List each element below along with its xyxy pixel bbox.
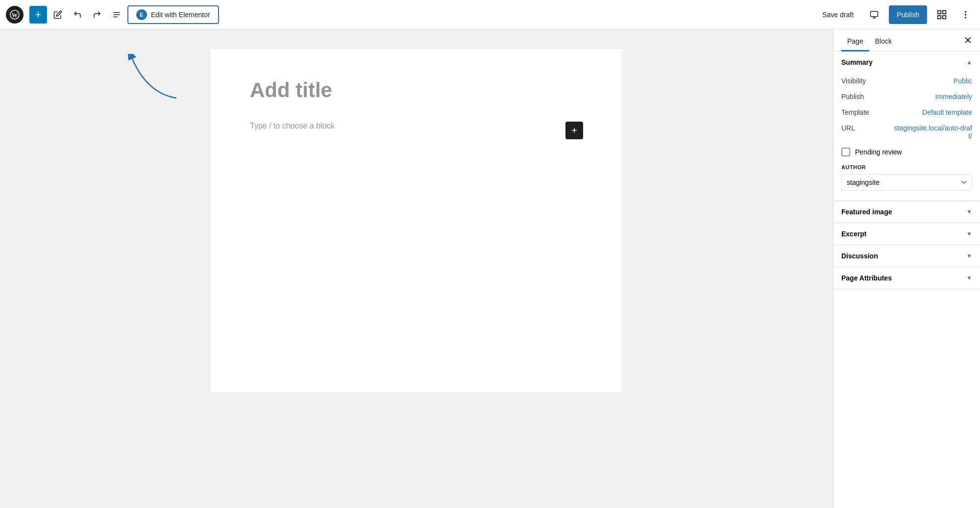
visibility-row: Visibility Public — [841, 73, 972, 89]
preview-button[interactable] — [865, 6, 883, 24]
add-block-toolbar-button[interactable]: + — [29, 6, 47, 24]
svg-rect-9 — [943, 10, 946, 13]
featured-image-label: Featured image — [841, 208, 892, 216]
svg-rect-5 — [871, 11, 878, 17]
toolbar-left: W + — [6, 5, 816, 24]
svg-point-13 — [964, 14, 966, 15]
page-attributes-label: Page Attributes — [841, 274, 892, 282]
list-view-icon — [112, 10, 121, 19]
discussion-panel: Discussion ▼ — [833, 245, 980, 267]
svg-point-14 — [964, 17, 966, 18]
add-block-area: Type / to choose a block + — [250, 118, 583, 139]
svg-point-12 — [964, 11, 966, 12]
more-vertical-icon — [964, 10, 967, 20]
sidebar-toggle-button[interactable] — [933, 6, 951, 24]
undo-icon — [73, 10, 82, 19]
summary-panel-header[interactable]: Summary ▲ — [833, 51, 980, 73]
page-attributes-panel-header[interactable]: Page Attributes ▼ — [833, 267, 980, 289]
pen-icon — [53, 10, 62, 19]
arrow-annotation — [127, 54, 186, 105]
block-placeholder-text: Type / to choose a block — [250, 122, 558, 130]
visibility-value[interactable]: Public — [954, 77, 972, 85]
svg-rect-11 — [943, 15, 946, 18]
plus-icon: + — [35, 8, 42, 21]
editor-content: Add title Type / to choose a block + — [211, 49, 622, 392]
url-label: URL — [841, 124, 855, 132]
main-layout: Add title Type / to choose a block + Pag… — [0, 29, 980, 508]
sidebar: Page Block ✕ Summary ▲ Visibility Public — [833, 29, 980, 508]
featured-image-panel: Featured image ▼ — [833, 201, 980, 223]
visibility-label: Visibility — [841, 77, 866, 85]
post-title-input[interactable]: Add title — [250, 78, 583, 102]
publish-button[interactable]: Publish — [889, 5, 927, 24]
toolbar: W + — [0, 0, 980, 29]
author-section-label: AUTHOR — [841, 164, 972, 170]
monitor-icon — [869, 10, 880, 19]
featured-image-chevron-icon: ▼ — [966, 208, 972, 215]
tab-page[interactable]: Page — [841, 29, 869, 51]
add-block-inline-button[interactable]: + — [565, 122, 583, 139]
svg-rect-10 — [938, 15, 941, 18]
author-section: AUTHOR stagingsite — [841, 160, 972, 193]
pending-review-checkbox[interactable] — [841, 148, 850, 156]
page-attributes-chevron-icon: ▼ — [966, 275, 972, 281]
redo-button[interactable] — [88, 6, 106, 24]
publish-label: Publish — [841, 93, 864, 101]
publish-row: Publish Immediately — [841, 89, 972, 104]
editor-area: Add title Type / to choose a block + — [0, 29, 833, 508]
close-icon: ✕ — [964, 34, 972, 46]
wp-logo-icon: W — [6, 6, 24, 24]
summary-panel-content: Visibility Public Publish Immediately Te… — [833, 73, 980, 201]
summary-label: Summary — [841, 58, 873, 66]
template-label: Template — [841, 108, 869, 116]
featured-image-panel-header[interactable]: Featured image ▼ — [833, 201, 980, 223]
pending-review-label: Pending review — [855, 148, 902, 156]
edit-elementor-button[interactable]: E Edit with Elementor — [127, 5, 219, 24]
edit-elementor-label: Edit with Elementor — [151, 11, 210, 19]
sidebar-tabs: Page Block ✕ — [833, 29, 980, 51]
template-row: Template Default template — [841, 104, 972, 120]
svg-text:W: W — [12, 11, 18, 18]
page-attributes-panel: Page Attributes ▼ — [833, 267, 980, 289]
save-draft-button[interactable]: Save draft — [816, 8, 859, 22]
pending-review-row: Pending review — [841, 144, 972, 160]
discussion-label: Discussion — [841, 252, 878, 260]
excerpt-panel: Excerpt ▼ — [833, 223, 980, 245]
more-options-button[interactable] — [956, 6, 974, 24]
toolbar-right: Save draft Publish — [816, 5, 974, 24]
tab-block[interactable]: Block — [869, 29, 898, 51]
svg-rect-8 — [938, 10, 941, 13]
summary-panel: Summary ▲ Visibility Public Publish Imme… — [833, 51, 980, 201]
settings-icon — [936, 9, 947, 20]
sidebar-close-button[interactable]: ✕ — [960, 29, 972, 51]
discussion-panel-header[interactable]: Discussion ▼ — [833, 245, 980, 267]
summary-chevron-icon: ▲ — [966, 59, 972, 66]
redo-icon — [93, 10, 101, 19]
discussion-chevron-icon: ▼ — [966, 253, 972, 259]
template-value[interactable]: Default template — [922, 108, 972, 116]
publish-value[interactable]: Immediately — [935, 93, 972, 101]
list-view-button[interactable] — [108, 6, 125, 24]
elementor-icon: E — [136, 9, 147, 20]
url-row: URL stagingsite.local/auto-draft/ — [841, 120, 972, 144]
plus-icon-inline: + — [571, 125, 577, 136]
author-select[interactable]: stagingsite — [841, 174, 972, 191]
url-value[interactable]: stagingsite.local/auto-draft/ — [894, 124, 972, 140]
excerpt-panel-header[interactable]: Excerpt ▼ — [833, 223, 980, 245]
excerpt-label: Excerpt — [841, 230, 866, 238]
edit-pen-button[interactable] — [49, 6, 67, 24]
excerpt-chevron-icon: ▼ — [966, 230, 972, 237]
undo-button[interactable] — [69, 6, 86, 24]
